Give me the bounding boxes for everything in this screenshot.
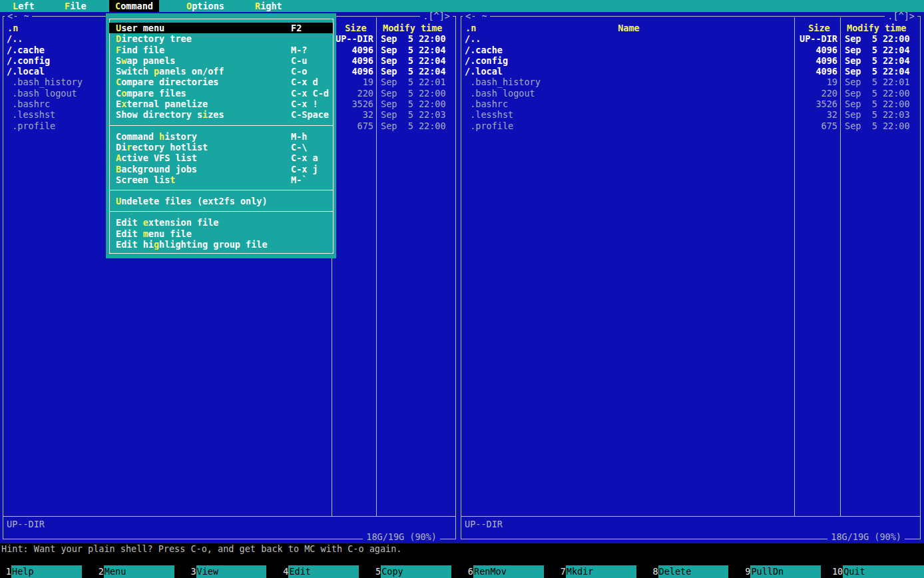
hotkey-letter: h <box>159 131 164 142</box>
menu-item-edit-extension-file[interactable]: Edit extension file <box>109 217 333 228</box>
file-name: /.config <box>461 55 794 66</box>
hotkey-letter: m <box>143 228 148 239</box>
menu-item-swap-panels[interactable]: Swap panelsC-u <box>109 55 333 66</box>
shell-prompt-line[interactable]: midnight@commander:~$ <box>1 554 148 565</box>
menu-item-command-history[interactable]: Command historyM-h <box>109 131 333 142</box>
file-size: 4096 <box>332 55 376 66</box>
menu-item-external-panelize[interactable]: External panelizeC-x ! <box>109 99 333 109</box>
fkey-label: Copy <box>381 565 451 578</box>
command-menu-items: User menuF2Directory treeFind fileM-?Swa… <box>109 23 333 250</box>
menu-shortcut: C-o <box>291 66 307 77</box>
menu-item-directory-tree[interactable]: Directory tree <box>109 33 333 44</box>
panel-header: .nNameSizeModify time <box>461 23 920 33</box>
fkey-number: 7 <box>555 565 566 578</box>
menu-shortcut: M-` <box>291 174 307 185</box>
file-mtime: Sep 5 22:01 <box>376 77 455 87</box>
fkey-7-mkdir[interactable]: 7Mkdir <box>555 565 647 578</box>
hotkey-letter: i <box>202 109 208 120</box>
menu-item-edit-menu-file[interactable]: Edit menu file <box>109 228 333 239</box>
hotkey-letter: O <box>186 1 192 11</box>
menubar-item-file[interactable]: File <box>65 0 87 12</box>
fkey-6-renmov[interactable]: 6RenMov <box>462 565 555 578</box>
file-mtime: Sep 5 22:04 <box>840 55 920 66</box>
file-size: 19 <box>794 77 840 87</box>
hotkey-letter: L <box>13 1 18 11</box>
column-header-mtime[interactable]: Modify time <box>383 23 442 33</box>
file-size: 19 <box>332 77 376 87</box>
menubar-item-left[interactable]: Left <box>13 0 35 12</box>
panel-top-controls[interactable]: .[^]> <box>420 11 453 21</box>
menu-shortcut: C-x d <box>291 77 318 87</box>
fkey-1-help[interactable]: 1Help <box>0 565 93 578</box>
file-size: 4096 <box>794 66 840 77</box>
menu-item-directory-hotlist[interactable]: Directory hotlistC-\ <box>109 142 333 152</box>
file-list: /..UP--DIRSep 5 22:00/.cache4096Sep 5 22… <box>461 33 920 131</box>
mini-status: UP--DIR <box>7 519 45 529</box>
panel-top-controls[interactable]: .[^]> <box>885 11 917 21</box>
menu-item-compare-directories[interactable]: Compare directoriesC-x d <box>109 77 333 87</box>
menu-item-find-file[interactable]: Find fileM-? <box>109 45 333 55</box>
menu-item-switch-panels-on-off[interactable]: Switch panels on/offC-o <box>109 66 333 77</box>
menu-item-active-vfs-list[interactable]: Active VFS listC-x a <box>109 152 333 163</box>
hint-line: Hint: Want your plain shell? Press C-o, … <box>1 543 401 554</box>
file-mtime: Sep 5 22:04 <box>840 66 920 77</box>
fkey-8-delete[interactable]: 8Delete <box>647 565 740 578</box>
menu-item-show-directory-sizes[interactable]: Show directory sizesC-Space <box>109 109 333 120</box>
column-header-size[interactable]: Size <box>334 23 378 33</box>
fkey-5-copy[interactable]: 5Copy <box>369 565 462 578</box>
panel-current-path[interactable]: <- ~ <box>5 11 32 21</box>
mini-status-separator <box>461 516 920 517</box>
file-mtime: Sep 5 22:00 <box>840 33 920 44</box>
file-size: 220 <box>794 88 840 99</box>
command-menu-dropdown: User menuF2Directory treeFind fileM-?Swa… <box>106 13 336 258</box>
fkey-2-menu[interactable]: 2Menu <box>93 565 185 578</box>
column-header-mtime[interactable]: Modify time <box>847 23 906 33</box>
menubar-item-command[interactable]: Command <box>109 0 159 12</box>
file-name: .lesshst <box>461 109 794 120</box>
file-size: 3526 <box>794 99 840 109</box>
hotkey-letter: C <box>115 1 120 11</box>
file-size: UP--DIR <box>794 33 840 44</box>
file-row-bash-logout[interactable]: .bash_logout220Sep 5 22:00 <box>461 88 920 99</box>
menu-bar: LeftFileCommandOptionsRight <box>0 0 924 12</box>
file-row-[interactable]: /..UP--DIRSep 5 22:00 <box>461 33 920 44</box>
hotkey-letter: p <box>154 66 159 77</box>
file-row-cache[interactable]: /.cache4096Sep 5 22:04 <box>461 45 920 55</box>
menu-item-compare-files[interactable]: Compare filesC-x C-d <box>109 88 333 99</box>
file-mtime: Sep 5 22:03 <box>840 109 920 120</box>
menu-shortcut: C-x C-d <box>291 88 329 99</box>
menu-item-undelete-files-ext2fs-only[interactable]: Undelete files (ext2fs only) <box>109 196 333 206</box>
fkey-number: 6 <box>462 565 473 578</box>
menu-item-background-jobs[interactable]: Background jobsC-x j <box>109 164 333 174</box>
hotkey-letter: D <box>116 33 121 44</box>
menubar-item-right[interactable]: Right <box>255 0 282 12</box>
fkey-10-quit[interactable]: 10Quit <box>831 565 924 578</box>
file-row-lesshst[interactable]: .lesshst32Sep 5 22:03 <box>461 109 920 120</box>
file-row-profile[interactable]: .profile675Sep 5 22:00 <box>461 121 920 131</box>
menu-separator <box>109 190 333 190</box>
menu-separator <box>109 125 333 126</box>
file-size: 675 <box>794 121 840 131</box>
file-row-local[interactable]: /.local4096Sep 5 22:04 <box>461 66 920 77</box>
file-name: /.cache <box>461 45 794 55</box>
menu-separator <box>109 211 333 212</box>
menu-item-edit-highlighting-group-file[interactable]: Edit highlighting group file <box>109 239 333 250</box>
mini-status: UP--DIR <box>465 519 503 529</box>
menu-item-user-menu[interactable]: User menuF2 <box>109 23 333 33</box>
column-header-name[interactable]: Name <box>461 23 796 33</box>
file-mtime: Sep 5 22:00 <box>840 121 920 131</box>
fkey-number: 5 <box>369 565 381 578</box>
file-row-bash-history[interactable]: .bash_history19Sep 5 22:01 <box>461 77 920 87</box>
fkey-3-view[interactable]: 3View <box>185 565 278 578</box>
hotkey-letter: A <box>116 152 121 163</box>
fkey-4-edit[interactable]: 4Edit <box>277 565 369 578</box>
file-row-config[interactable]: /.config4096Sep 5 22:04 <box>461 55 920 66</box>
fkey-9-pulldn[interactable]: 9PullDn <box>739 565 831 578</box>
menubar-item-options[interactable]: Options <box>186 0 224 12</box>
menu-item-screen-list[interactable]: Screen listM-` <box>109 174 333 185</box>
panel-current-path[interactable]: <- ~ <box>463 11 490 21</box>
fkey-number: 10 <box>831 565 843 578</box>
column-header-size[interactable]: Size <box>796 23 842 33</box>
file-row-bashrc[interactable]: .bashrc3526Sep 5 22:00 <box>461 99 920 109</box>
file-mtime: Sep 5 22:00 <box>840 99 920 109</box>
